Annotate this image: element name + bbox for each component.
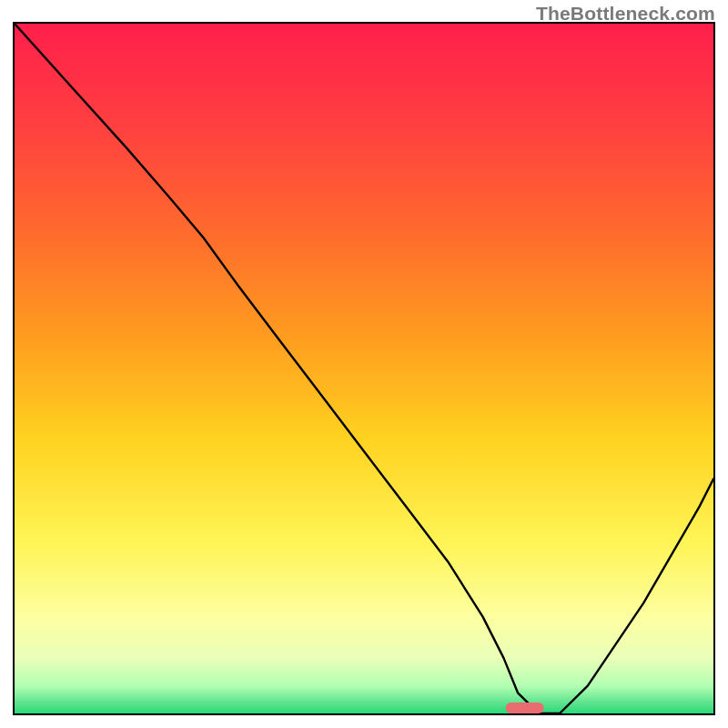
chart-plot <box>15 24 713 713</box>
chart-frame <box>13 22 715 715</box>
optimum-marker <box>506 703 544 713</box>
chart-background <box>15 24 713 713</box>
